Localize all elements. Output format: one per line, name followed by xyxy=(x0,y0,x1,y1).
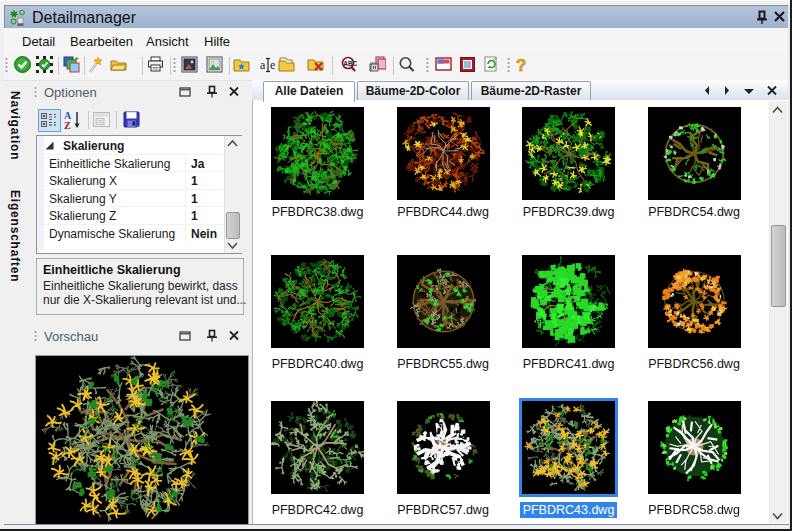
svg-text:ABC: ABC xyxy=(343,60,357,67)
svg-text:e: e xyxy=(270,58,275,72)
svg-text:Z: Z xyxy=(64,120,71,130)
svg-text:?: ? xyxy=(516,56,526,73)
svg-text:a: a xyxy=(260,58,266,72)
